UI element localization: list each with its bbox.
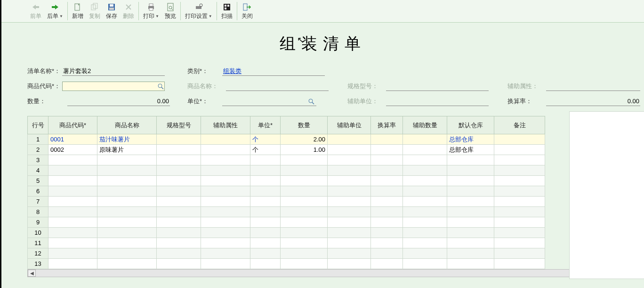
cell-rownum[interactable]: 8 xyxy=(28,207,48,217)
cell-auxu[interactable] xyxy=(328,248,371,259)
cell-rate[interactable] xyxy=(371,207,403,217)
conv-rate-field[interactable]: 0.00 xyxy=(546,97,640,106)
col-header-wh[interactable]: 默认仓库 xyxy=(447,116,494,134)
col-header-rate[interactable]: 换算率 xyxy=(371,116,403,134)
table-row[interactable]: 20002原味薯片个1.00总部仓库 xyxy=(28,145,545,155)
cell-rmk[interactable] xyxy=(494,217,545,228)
cell-name[interactable] xyxy=(97,155,157,165)
qty-field[interactable]: 0.00 xyxy=(67,97,170,106)
cell-qty[interactable] xyxy=(281,186,328,197)
spec-field[interactable] xyxy=(386,82,489,91)
cell-code[interactable] xyxy=(48,238,97,248)
cell-code[interactable] xyxy=(48,248,97,259)
cell-name[interactable] xyxy=(97,238,157,248)
cell-spec[interactable] xyxy=(157,165,201,176)
cell-aux[interactable] xyxy=(201,134,250,145)
cell-qty[interactable]: 2.00 xyxy=(281,134,328,145)
cell-qty[interactable] xyxy=(281,207,328,217)
cell-auxu[interactable] xyxy=(328,186,371,197)
chevron-down-icon[interactable]: ▼ xyxy=(154,14,159,18)
cell-auxu[interactable] xyxy=(328,228,371,238)
next-doc-button[interactable]: 后单 ▼ xyxy=(44,0,66,22)
table-row[interactable]: 7 xyxy=(28,197,545,207)
cell-rmk[interactable] xyxy=(494,134,545,145)
cell-rownum[interactable]: 10 xyxy=(28,228,48,238)
cell-code[interactable] xyxy=(48,228,97,238)
cell-spec[interactable] xyxy=(157,197,201,207)
cell-spec[interactable] xyxy=(157,186,201,197)
cell-qty[interactable]: 1.00 xyxy=(281,145,328,155)
cell-rownum[interactable]: 11 xyxy=(28,238,48,248)
cell-name[interactable] xyxy=(97,197,157,207)
table-row[interactable]: 13 xyxy=(28,259,545,269)
cell-rownum[interactable]: 9 xyxy=(28,217,48,228)
cell-rownum[interactable]: 6 xyxy=(28,186,48,197)
cell-wh[interactable] xyxy=(447,197,494,207)
cell-auxu[interactable] xyxy=(328,197,371,207)
col-header-auxu[interactable]: 辅助单位 xyxy=(328,116,371,134)
table-row[interactable]: 10 xyxy=(28,228,545,238)
cell-rownum[interactable]: 7 xyxy=(28,197,48,207)
cell-auxq[interactable] xyxy=(403,165,447,176)
cell-name[interactable] xyxy=(97,217,157,228)
cell-auxq[interactable] xyxy=(403,217,447,228)
cell-spec[interactable] xyxy=(157,228,201,238)
cell-wh[interactable] xyxy=(447,238,494,248)
new-button[interactable]: 新增 xyxy=(69,0,86,22)
cell-unit[interactable] xyxy=(250,217,281,228)
table-row[interactable]: 5 xyxy=(28,176,545,186)
cell-auxu[interactable] xyxy=(328,134,371,145)
lookup-icon[interactable] xyxy=(157,82,165,91)
cell-spec[interactable] xyxy=(157,259,201,269)
cell-auxq[interactable] xyxy=(403,248,447,259)
cell-rownum[interactable]: 13 xyxy=(28,259,48,269)
cell-aux[interactable] xyxy=(201,197,250,207)
cell-code[interactable] xyxy=(48,259,97,269)
cell-wh[interactable] xyxy=(447,207,494,217)
cell-auxu[interactable] xyxy=(328,176,371,186)
col-header-qty[interactable]: 数量 xyxy=(281,116,328,134)
aux-unit-field[interactable] xyxy=(386,97,489,106)
cell-unit[interactable] xyxy=(250,238,281,248)
cell-code[interactable] xyxy=(48,176,97,186)
cell-wh[interactable] xyxy=(447,259,494,269)
cell-code[interactable] xyxy=(48,165,97,176)
cell-name[interactable] xyxy=(97,228,157,238)
list-name-field[interactable]: 薯片套装2 xyxy=(62,66,165,76)
cell-name[interactable] xyxy=(97,186,157,197)
table-row[interactable]: 10001茄汁味薯片个2.00总部仓库 xyxy=(28,134,545,145)
cell-auxq[interactable] xyxy=(403,228,447,238)
chevron-down-icon[interactable]: ▼ xyxy=(208,14,212,18)
cell-wh[interactable] xyxy=(447,176,494,186)
cell-aux[interactable] xyxy=(201,186,250,197)
cell-code[interactable] xyxy=(48,155,97,165)
cell-rate[interactable] xyxy=(371,238,403,248)
chevron-down-icon[interactable]: ▼ xyxy=(58,14,63,18)
cell-rmk[interactable] xyxy=(494,207,545,217)
unit-field[interactable] xyxy=(222,97,316,106)
cell-aux[interactable] xyxy=(201,238,250,248)
cell-name[interactable] xyxy=(97,176,157,186)
cell-auxu[interactable] xyxy=(328,259,371,269)
cell-aux[interactable] xyxy=(201,228,250,238)
cell-unit[interactable]: 个 xyxy=(250,134,281,145)
cell-rate[interactable] xyxy=(371,197,403,207)
close-button[interactable]: 关闭 xyxy=(239,0,256,22)
cell-rmk[interactable] xyxy=(494,155,545,165)
cell-unit[interactable] xyxy=(250,197,281,207)
col-header-spec[interactable]: 规格型号 xyxy=(157,116,201,134)
cell-unit[interactable] xyxy=(250,259,281,269)
cell-wh[interactable] xyxy=(447,165,494,176)
cell-rate[interactable] xyxy=(371,228,403,238)
cell-rmk[interactable] xyxy=(494,145,545,155)
data-grid[interactable]: 行号商品代码*商品名称规格型号辅助属性单位*数量辅助单位换算率辅助数量默认仓库备… xyxy=(27,116,545,269)
cell-rmk[interactable] xyxy=(494,248,545,259)
cell-name[interactable] xyxy=(97,259,157,269)
col-header-rmk[interactable]: 备注 xyxy=(494,116,545,134)
cell-qty[interactable] xyxy=(281,176,328,186)
table-row[interactable]: 8 xyxy=(28,207,545,217)
cell-wh[interactable] xyxy=(447,228,494,238)
lookup-icon[interactable] xyxy=(307,97,315,106)
cell-spec[interactable] xyxy=(157,238,201,248)
cell-rate[interactable] xyxy=(371,176,403,186)
